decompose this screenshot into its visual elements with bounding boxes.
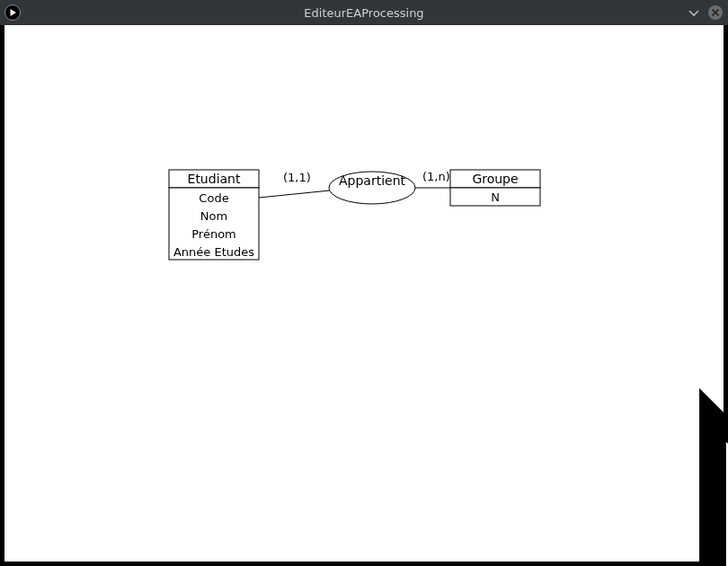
relation-name: Appartient bbox=[339, 173, 406, 188]
entity-groupe[interactable]: Groupe N bbox=[450, 170, 540, 206]
entity-attribute: Prénom bbox=[191, 227, 236, 241]
play-button[interactable] bbox=[4, 4, 22, 22]
cardinality-label: (1,1) bbox=[283, 171, 311, 184]
window-title: EditeurEAProcessing bbox=[0, 6, 728, 20]
entity-attribute: N bbox=[491, 190, 500, 204]
entity-name: Groupe bbox=[472, 172, 518, 186]
cardinality-label: (1,n) bbox=[422, 170, 450, 183]
titlebar: EditeurEAProcessing bbox=[0, 0, 728, 25]
diagram-canvas[interactable]: (1,1) (1,n) Appartient Etudiant Code Nom… bbox=[4, 25, 724, 562]
entity-attribute: Année Etudes bbox=[173, 245, 254, 259]
close-icon bbox=[707, 4, 724, 21]
entity-attribute: Code bbox=[199, 191, 228, 205]
close-button[interactable] bbox=[706, 4, 724, 22]
minimize-button[interactable] bbox=[685, 4, 703, 22]
relation-appartient[interactable]: Appartient bbox=[329, 172, 415, 204]
entity-etudiant[interactable]: Etudiant Code Nom Prénom Année Etudes bbox=[169, 170, 259, 260]
entity-name: Etudiant bbox=[188, 172, 241, 186]
link-etudiant-appartient bbox=[259, 190, 330, 198]
chevron-down-icon bbox=[687, 5, 701, 20]
play-icon bbox=[4, 4, 21, 21]
entity-attribute: Nom bbox=[200, 209, 227, 223]
